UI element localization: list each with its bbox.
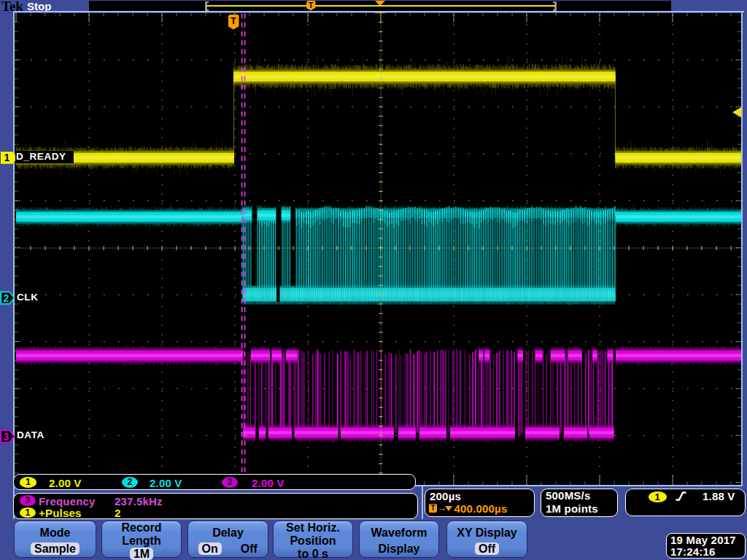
svg-text:3: 3 [4,430,9,442]
svg-text:2: 2 [4,292,9,303]
